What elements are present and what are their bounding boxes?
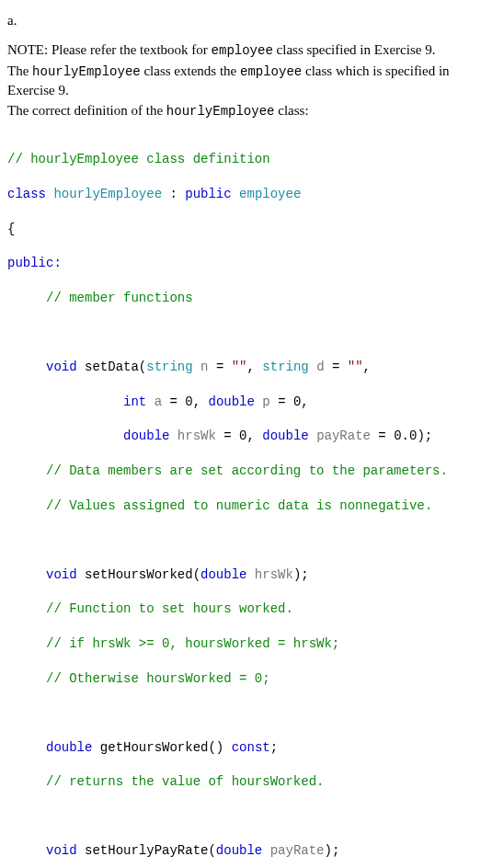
code-line: // Otherwise hoursWorked = 0; (7, 670, 497, 688)
param-hrswk: hrsWk (169, 428, 215, 443)
employee2-code: employee (240, 64, 302, 79)
comment: // hourlyEmployee class definition (7, 152, 270, 166)
comment: // returns the value of hoursWorked. (46, 774, 324, 789)
indent (7, 567, 46, 582)
keyword-public-label: public: (7, 256, 62, 270)
param-hrswk: hrsWk (246, 567, 292, 582)
param-payrate: payRate (262, 843, 324, 858)
close-paren-semi: ); (293, 567, 309, 582)
eq: = (216, 428, 239, 443)
line2-prefix: The (7, 63, 32, 78)
code-line: class hourlyEmployee : public employee (7, 186, 497, 203)
keyword-double: double (216, 843, 262, 858)
comment: // member functions (46, 291, 193, 305)
type-employee: employee (239, 187, 301, 201)
hourly-employee-code: hourlyEmployee (32, 64, 141, 79)
param-a: a (146, 394, 162, 409)
keyword-double: double (46, 740, 92, 755)
indent (7, 843, 46, 858)
comma: , (247, 360, 263, 374)
blank-line (7, 808, 497, 825)
eq: = (162, 394, 185, 409)
comment: // if hrsWk >= 0, hoursWorked = hrsWk; (46, 636, 339, 651)
fn-gethours: getHoursWorked() (92, 740, 231, 755)
type-string: string (146, 360, 192, 374)
comment: // Data members are set according to the… (46, 463, 448, 478)
line3-suffix: class: (274, 103, 308, 118)
indent (7, 740, 46, 755)
code-line: // member functions (7, 290, 497, 307)
comment: // Otherwise hoursWorked = 0; (46, 671, 270, 686)
indent (7, 671, 46, 686)
string-literal: "" (348, 360, 363, 374)
employee-code: employee (212, 43, 273, 58)
close-paren-semi: ); (325, 843, 340, 858)
indent (7, 291, 46, 305)
keyword-void: void (46, 843, 77, 858)
code-line: void setHoursWorked(double hrsWk); (7, 566, 497, 584)
param-payrate: payRate (309, 428, 371, 443)
note-prefix: NOTE: Please refer the textbook for (7, 42, 212, 57)
type-string: string (262, 360, 308, 374)
fn-sethpr: setHourlyPayRate( (77, 843, 216, 858)
close-paren-semi: ); (417, 428, 432, 443)
code-line: int a = 0, double p = 0, (7, 394, 497, 411)
param-d: d (309, 360, 325, 374)
type-hourly-employee: hourlyEmployee (53, 187, 162, 201)
keyword-int: int (123, 394, 146, 409)
keyword-class: class (7, 187, 46, 201)
code-line: { (7, 221, 497, 238)
string-literal: "" (232, 360, 247, 374)
code-line: void setData(string n = "", string d = "… (7, 359, 497, 376)
indent (7, 636, 46, 651)
note-suffix: class specified in Exercise 9. (273, 42, 436, 57)
note-line-3: The correct definition of the hourlyEmpl… (7, 101, 497, 120)
fn-setdata: setData( (77, 360, 147, 374)
num-zero: 0 (293, 394, 301, 409)
semi: ; (270, 740, 278, 755)
indent (7, 428, 123, 443)
code-line: // Data members are set according to the… (7, 463, 497, 480)
code-line: // Values assigned to numeric data is no… (7, 497, 497, 515)
fn-sethours: setHoursWorked( (77, 567, 200, 582)
keyword-const: const (232, 740, 270, 755)
comma: , (247, 428, 263, 443)
label-a: a. (7, 11, 497, 29)
keyword-double: double (123, 428, 169, 443)
indent (7, 463, 46, 478)
eq: = (208, 360, 231, 374)
line2-mid: class extends the (141, 63, 240, 78)
keyword-void: void (46, 567, 77, 582)
code-line: // hourlyEmployee class definition (7, 151, 497, 168)
eq: = (270, 394, 293, 409)
code-line: // Function to set hours worked. (7, 600, 497, 618)
indent (7, 774, 46, 789)
code-line: // returns the value of hoursWorked. (7, 773, 497, 791)
num-zero-f: 0.0 (394, 428, 417, 443)
keyword-double: double (262, 428, 308, 443)
comma: , (193, 394, 209, 409)
punct: : (162, 187, 185, 201)
code-line: void setHourlyPayRate(double payRate); (7, 842, 497, 860)
eq: = (371, 428, 394, 443)
blank-line (7, 325, 497, 341)
eq: = (325, 360, 348, 374)
brace: { (7, 222, 15, 236)
keyword-double: double (200, 567, 246, 582)
note-line-1: NOTE: Please refer the textbook for empl… (7, 40, 497, 60)
code-line: double hrsWk = 0, double payRate = 0.0); (7, 428, 497, 445)
code-block: // hourlyEmployee class definition class… (7, 133, 497, 868)
keyword-void: void (46, 360, 77, 374)
keyword-public: public (185, 187, 231, 201)
hourly-employee2-code: hourlyEmployee (166, 104, 275, 119)
code-line: // if hrsWk >= 0, hoursWorked = hrsWk; (7, 635, 497, 653)
code-line: public: (7, 255, 497, 272)
keyword-double: double (209, 394, 255, 409)
note-line-2: The hourlyEmployee class extends the emp… (7, 62, 497, 99)
param-n: n (193, 360, 209, 374)
num-zero: 0 (239, 428, 246, 443)
blank-line (7, 532, 497, 549)
indent (7, 360, 46, 374)
line3-prefix: The correct definition of the (7, 103, 166, 118)
comment: // Values assigned to numeric data is no… (46, 498, 432, 513)
